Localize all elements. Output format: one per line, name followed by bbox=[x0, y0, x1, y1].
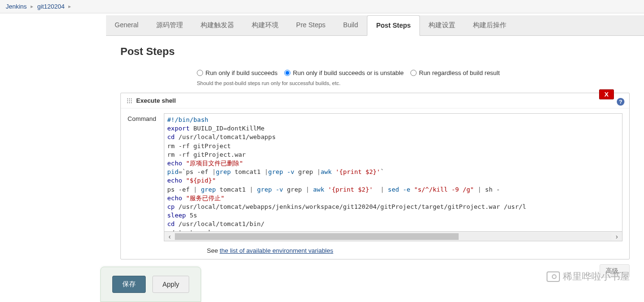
radio-success-only-label: Run only if build succeeds bbox=[205, 69, 278, 76]
tab-pre-steps[interactable]: Pre Steps bbox=[288, 15, 334, 35]
tab-post-build[interactable]: 构建后操作 bbox=[464, 15, 515, 35]
watermark-text: 稀里哗啦小书屋 bbox=[563, 270, 630, 283]
delete-step-button[interactable]: X bbox=[599, 89, 614, 99]
section-title: Post Steps bbox=[120, 45, 630, 58]
step-header: Execute shell bbox=[121, 93, 629, 108]
footer-bar: 保存 Apply bbox=[100, 267, 201, 287]
tab-general[interactable]: General bbox=[106, 15, 148, 35]
radio-success-unstable[interactable] bbox=[284, 70, 290, 76]
env-vars-link[interactable]: the list of available environment variab… bbox=[220, 247, 333, 254]
tab-triggers[interactable]: 构建触发器 bbox=[192, 15, 243, 35]
breadcrumb-item-jenkins[interactable]: Jenkins bbox=[6, 3, 27, 10]
command-label: Command bbox=[128, 113, 156, 254]
wechat-icon bbox=[547, 271, 560, 282]
tab-build[interactable]: Build bbox=[334, 15, 367, 35]
main-panel: Post Steps Run only if build succeeds Ru… bbox=[106, 36, 644, 287]
apply-button[interactable]: Apply bbox=[152, 276, 189, 287]
step-title: Execute shell bbox=[136, 97, 176, 104]
main-content: General 源码管理 构建触发器 构建环境 Pre Steps Build … bbox=[0, 15, 644, 287]
breadcrumb-item-job[interactable]: git120204 bbox=[37, 3, 64, 10]
watermark: 稀里哗啦小书屋 bbox=[547, 270, 630, 283]
breadcrumb: Jenkins ▸ git120204 ▸ bbox=[0, 0, 644, 13]
breadcrumb-separator: ▸ bbox=[31, 3, 33, 10]
env-vars-hint: See the list of available environment va… bbox=[207, 247, 623, 254]
scroll-track[interactable] bbox=[175, 233, 612, 240]
tab-env[interactable]: 构建环境 bbox=[243, 15, 288, 35]
radio-regardless[interactable] bbox=[410, 70, 417, 76]
scroll-thumb[interactable] bbox=[175, 233, 459, 240]
command-textarea[interactable]: #!/bin/bash export BUILD_ID=dontKillMe c… bbox=[164, 113, 623, 232]
execute-shell-block: X ? Execute shell Command #!/bin/bash ex… bbox=[120, 93, 630, 259]
tab-scm[interactable]: 源码管理 bbox=[148, 15, 192, 35]
radio-regardless-label: Run regardless of build result bbox=[419, 69, 500, 76]
scroll-left-icon[interactable]: ‹ bbox=[164, 233, 175, 240]
help-icon[interactable]: ? bbox=[617, 98, 624, 106]
save-button[interactable]: 保存 bbox=[112, 276, 146, 287]
radio-success-unstable-label: Run only if build succeeds or is unstabl… bbox=[293, 69, 404, 76]
tab-build-settings[interactable]: 构建设置 bbox=[420, 15, 464, 35]
config-tabs: General 源码管理 构建触发器 构建环境 Pre Steps Build … bbox=[106, 15, 644, 36]
radio-success-only[interactable] bbox=[197, 70, 203, 76]
drag-handle-icon[interactable] bbox=[127, 98, 132, 104]
scroll-right-icon[interactable]: › bbox=[612, 233, 622, 240]
tab-post-steps[interactable]: Post Steps bbox=[367, 15, 419, 36]
breadcrumb-separator: ▸ bbox=[68, 3, 71, 10]
run-condition-radios: Run only if build succeeds Run only if b… bbox=[197, 69, 630, 76]
run-condition-hint: Should the post-build steps run only for… bbox=[197, 80, 630, 86]
code-scrollbar: ‹ › bbox=[164, 232, 623, 241]
step-body: Command #!/bin/bash export BUILD_ID=dont… bbox=[121, 108, 629, 259]
